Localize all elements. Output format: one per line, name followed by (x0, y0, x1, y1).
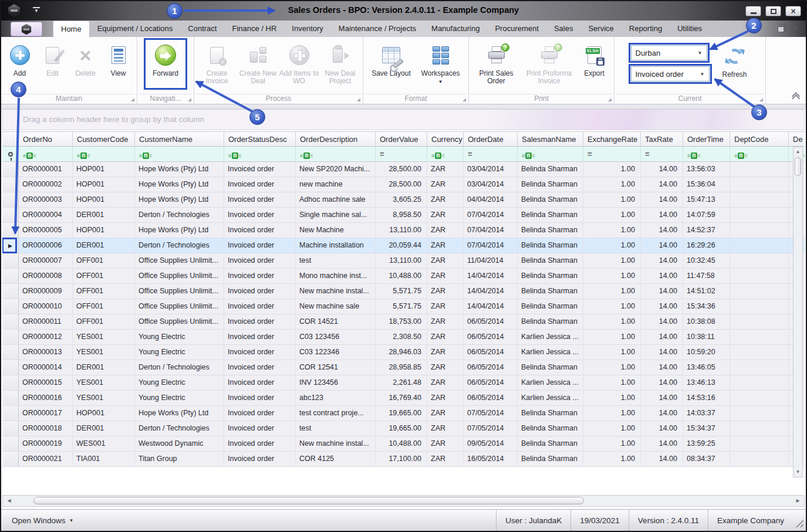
cell-orderstatusdesc[interactable]: Invoiced order (224, 284, 296, 299)
filter-cell-orderstatusdesc[interactable]: aBc (224, 147, 296, 161)
row-selector[interactable] (2, 162, 19, 177)
filter-cell-deptcode[interactable]: aBc (730, 147, 789, 161)
cell-orderdate[interactable]: 03/04/2014 (464, 177, 518, 192)
cell-customercode[interactable]: YES001 (73, 391, 135, 405)
column-header-orderdescription[interactable]: OrderDescription (296, 132, 376, 146)
cell-salesmanname[interactable]: Belinda Sharman (518, 253, 583, 268)
row-selector[interactable] (2, 208, 19, 222)
cell-orderstatusdesc[interactable]: Invoiced order (224, 360, 296, 375)
table-row[interactable]: OR0000014DER001Derton / TechnologiesInvo… (2, 360, 805, 375)
refresh-button[interactable]: Refresh (714, 39, 755, 90)
tab-equipment-locations[interactable]: Equipment / Locations (90, 21, 181, 37)
cell-currency[interactable]: ZAR (427, 330, 464, 344)
column-header-exchangerate[interactable]: ExchangeRate (583, 132, 641, 146)
cell-exchangerate[interactable]: 1.00 (583, 208, 641, 222)
cell-orderdate[interactable]: 06/05/2014 (464, 314, 518, 329)
cell-deptcode[interactable] (730, 208, 789, 222)
cell-customername[interactable]: Office Supplies Unlimit... (135, 253, 224, 268)
cell-deptcode[interactable] (730, 345, 789, 360)
cell-salesmanname[interactable]: Karlien Jessica ... (518, 375, 583, 390)
cell-orderdescription[interactable]: Machine installation (296, 238, 376, 253)
row-selector[interactable] (2, 345, 19, 360)
save-layout-button[interactable]: Save Layout (367, 39, 416, 90)
row-selector[interactable] (2, 421, 19, 436)
cell-ordervalue[interactable]: 16,769.40 (376, 391, 427, 405)
cell-orderstatusdesc[interactable]: Invoiced order (224, 177, 296, 192)
table-row[interactable]: OR0000016YES001Young ElectricInvoiced or… (2, 391, 805, 406)
cell-ordervalue[interactable]: 18,753.00 (376, 314, 427, 329)
cell-orderno[interactable]: OR0000018 (19, 421, 73, 436)
cell-orderdescription[interactable]: test contract proje... (296, 406, 376, 421)
cell-taxrate[interactable]: 14.00 (641, 452, 683, 466)
table-row[interactable]: OR0000005HOP001Hope Works (Pty) LtdInvoi… (2, 223, 805, 238)
collapse-ribbon-icon[interactable] (792, 93, 800, 100)
cell-salesmanname[interactable]: Karlien Jessica ... (518, 391, 583, 405)
column-header-de[interactable]: De (789, 132, 805, 146)
cell-salesmanname[interactable]: Belinda Sharman (518, 269, 583, 283)
cell-salesmanname[interactable]: Belinda Sharman (518, 238, 583, 253)
cell-orderstatusdesc[interactable]: Invoiced order (224, 253, 296, 268)
cell-orderno[interactable]: OR0000017 (19, 406, 73, 421)
cell-ordervalue[interactable]: 17,100.00 (376, 452, 427, 466)
cell-customercode[interactable]: WES001 (73, 436, 135, 451)
cell-ordervalue[interactable]: 28,500.00 (376, 177, 427, 192)
cell-salesmanname[interactable]: Karlien Jessica ... (518, 330, 583, 344)
cell-exchangerate[interactable]: 1.00 (583, 284, 641, 299)
table-row[interactable]: OR0000012YES001Young ElectricInvoiced or… (2, 330, 805, 345)
cell-taxrate[interactable]: 14.00 (641, 406, 683, 421)
cell-orderno[interactable]: OR0000004 (19, 208, 73, 222)
cell-deptcode[interactable] (730, 360, 789, 375)
cell-orderno[interactable]: OR0000014 (19, 360, 73, 375)
row-selector[interactable] (2, 436, 19, 451)
cell-taxrate[interactable]: 14.00 (641, 345, 683, 360)
cell-orderdate[interactable]: 07/04/2014 (464, 238, 518, 253)
cell-taxrate[interactable]: 14.00 (641, 391, 683, 405)
maximize-button[interactable] (765, 6, 781, 16)
cell-customername[interactable]: Office Supplies Unlimit... (135, 314, 224, 329)
cell-orderno[interactable]: OR0000021 (19, 452, 73, 466)
table-row[interactable]: ▶OR0000006DER001Derton / TechnologiesInv… (2, 238, 805, 253)
open-windows-dropdown[interactable]: Open Windows ▼ (12, 516, 73, 525)
tab-sales[interactable]: Sales (546, 21, 581, 37)
column-header-orderno[interactable]: OrderNo (19, 132, 73, 146)
cell-orderdate[interactable]: 07/05/2014 (464, 421, 518, 436)
cell-ordervalue[interactable]: 2,261.48 (376, 375, 427, 390)
cell-currency[interactable]: ZAR (427, 391, 464, 405)
cell-customercode[interactable]: HOP001 (73, 162, 135, 177)
cell-salesmanname[interactable]: Belinda Sharman (518, 421, 583, 436)
cell-customercode[interactable]: OFF001 (73, 269, 135, 283)
cell-ordervalue[interactable]: 10,488.00 (376, 269, 427, 283)
table-row[interactable]: OR0000008OFF001Office Supplies Unlimit..… (2, 269, 805, 284)
cell-deptcode[interactable] (730, 406, 789, 421)
cell-exchangerate[interactable]: 1.00 (583, 223, 641, 238)
filter-cell-exchangerate[interactable]: = (583, 147, 641, 161)
cell-taxrate[interactable]: 14.00 (641, 269, 683, 283)
column-header-customercode[interactable]: CustomerCode (73, 132, 135, 146)
cell-customername[interactable]: Westwood Dynamic (135, 436, 224, 451)
cell-ordervalue[interactable]: 19,665.00 (376, 421, 427, 436)
cell-orderno[interactable]: OR0000011 (19, 314, 73, 329)
tab-inventory[interactable]: Inventory (284, 21, 330, 37)
cell-exchangerate[interactable]: 1.00 (583, 192, 641, 207)
cell-orderno[interactable]: OR0000007 (19, 253, 73, 268)
cell-orderno[interactable]: OR0000010 (19, 299, 73, 314)
tab-utilities[interactable]: Utilities (670, 21, 710, 37)
cell-taxrate[interactable]: 14.00 (641, 436, 683, 451)
row-selector[interactable] (2, 253, 19, 268)
cell-customername[interactable]: Hope Works (Pty) Ltd (135, 192, 224, 207)
row-selector[interactable] (2, 391, 19, 405)
cell-taxrate[interactable]: 14.00 (641, 375, 683, 390)
cell-currency[interactable]: ZAR (427, 223, 464, 238)
cell-orderdate[interactable]: 06/05/2014 (464, 360, 518, 375)
row-selector[interactable] (2, 299, 19, 314)
cell-deptcode[interactable] (730, 314, 789, 329)
cell-orderstatusdesc[interactable]: Invoiced order (224, 162, 296, 177)
filter-cell-orderdescription[interactable]: aBc (296, 147, 376, 161)
cell-currency[interactable]: ZAR (427, 452, 464, 466)
cell-customername[interactable]: Titan Group (135, 452, 224, 466)
cell-taxrate[interactable]: 14.00 (641, 253, 683, 268)
cell-ordervalue[interactable]: 5,571.75 (376, 299, 427, 314)
cell-orderno[interactable]: OR0000001 (19, 162, 73, 177)
table-row[interactable]: OR0000019WES001Westwood DynamicInvoiced … (2, 436, 805, 452)
cell-exchangerate[interactable]: 1.00 (583, 375, 641, 390)
